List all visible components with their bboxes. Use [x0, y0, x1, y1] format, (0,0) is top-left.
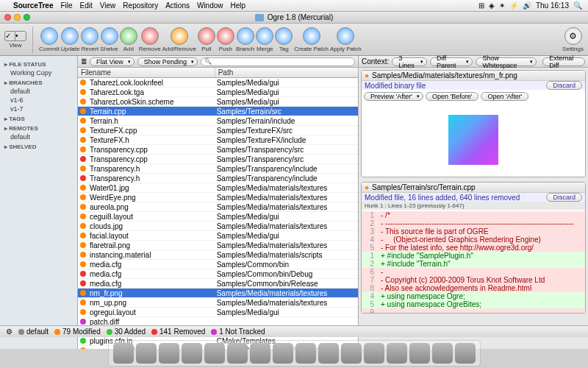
- dock-app-icon[interactable]: [182, 343, 202, 364]
- file-row[interactable]: media.cfgSamples/Common/bin: [78, 260, 358, 269]
- file-row[interactable]: Transparency.cppSamples/Transparency/src: [78, 155, 358, 164]
- sidebar-section[interactable]: ▸ Tags: [0, 113, 77, 123]
- settings-button[interactable]: ⚙ Settings: [562, 27, 584, 52]
- file-row[interactable]: media.cfgSamples/Common/bin/Release: [78, 279, 358, 289]
- update-button[interactable]: Update: [61, 27, 80, 52]
- file-row[interactable]: media.cfgSamples/Common/bin/Debug: [78, 269, 358, 279]
- file-row[interactable]: ogregui.layoutSamples/Media/gui: [78, 308, 358, 317]
- dock-app-icon[interactable]: [136, 343, 157, 364]
- external-diff-button[interactable]: External Diff: [542, 57, 585, 66]
- diff-content[interactable]: 1- /*2- --------------------------------…: [362, 210, 585, 313]
- file-row[interactable]: nm_up.pngSamples/Media/materials/texture…: [78, 298, 358, 308]
- diff-toolbar: Context: 3 Lines Diff Parent Show Whites…: [359, 56, 588, 68]
- dock-app-icon[interactable]: [455, 343, 476, 364]
- file-row[interactable]: flaretrail.pngSamples/Media/materials/te…: [78, 241, 358, 250]
- image-preview: [362, 103, 585, 177]
- file-row[interactable]: Water01.jpgSamples/Media/materials/textu…: [78, 183, 358, 193]
- discard-button[interactable]: Discard: [546, 81, 582, 90]
- dock-app-icon[interactable]: [432, 343, 453, 364]
- file-row[interactable]: TaharezLook.tgaSamples/Media/gui: [78, 88, 358, 97]
- indicator-icon[interactable]: ✶: [499, 1, 505, 10]
- indicator-icon[interactable]: ⊞: [478, 1, 484, 10]
- tree-toggle-icon[interactable]: ≣: [81, 57, 87, 66]
- file-row[interactable]: clouds.jpgSamples/Media/materials/textur…: [78, 222, 358, 231]
- sidebar-item[interactable]: default: [0, 132, 77, 141]
- dock-app-icon[interactable]: [318, 343, 339, 364]
- dock-app-icon[interactable]: [204, 343, 225, 364]
- path-column-header[interactable]: Path: [215, 68, 358, 77]
- apply-patch-button[interactable]: Apply Patch: [330, 27, 362, 52]
- volume-icon[interactable]: 🔊: [523, 1, 531, 10]
- dock-app-icon[interactable]: [364, 343, 384, 364]
- pull-button[interactable]: Pull: [198, 27, 215, 52]
- merge-button[interactable]: Merge: [256, 27, 273, 52]
- search-input[interactable]: 🔍: [201, 57, 355, 66]
- diff-mode-dropdown[interactable]: Diff Parent: [430, 57, 473, 66]
- file-row[interactable]: Terrain.cppSamples/Terrain/src: [78, 107, 358, 116]
- zoom-button[interactable]: [24, 14, 30, 21]
- commit-button[interactable]: Commit: [39, 27, 60, 52]
- dock-app-icon[interactable]: [159, 343, 179, 364]
- sidebar-section[interactable]: ▸ Shelved: [0, 141, 77, 151]
- dock-app-icon[interactable]: [273, 343, 293, 364]
- file-row[interactable]: Transparency.cppSamples/Transparency/src: [78, 145, 358, 155]
- file-row[interactable]: TextureFX.cppSamples/TextureFX/src: [78, 126, 358, 135]
- view-mode-dropdown[interactable]: Flat View: [90, 57, 135, 66]
- revert-button[interactable]: Revert: [81, 27, 98, 52]
- push-button[interactable]: Push: [217, 27, 234, 52]
- dock-app-icon[interactable]: [409, 343, 430, 364]
- file-row[interactable]: aureola.pngSamples/Media/materials/textu…: [78, 202, 358, 212]
- file-row[interactable]: WeirdEye.pngSamples/Media/materials/text…: [78, 193, 358, 202]
- minimize-button[interactable]: [14, 14, 21, 21]
- sidebar-section[interactable]: ▸ Remotes: [0, 123, 77, 132]
- create-patch-button[interactable]: Create Patch: [294, 27, 329, 52]
- discard-button[interactable]: Discard: [546, 193, 582, 202]
- dock-app-icon[interactable]: [387, 343, 407, 364]
- sidebar-item[interactable]: v1-7: [0, 105, 77, 113]
- dock-app-icon[interactable]: [295, 343, 316, 364]
- add-remove-button[interactable]: Add/Remove: [162, 27, 196, 52]
- file-row[interactable]: Transparency.hSamples/Transparency/inclu…: [78, 164, 358, 174]
- indicator-icon[interactable]: ◈: [489, 1, 495, 10]
- shelve-button[interactable]: Shelve: [100, 27, 118, 52]
- file-row[interactable]: Terrain.hSamples/Terrain/include: [78, 116, 358, 126]
- whitespace-dropdown[interactable]: Show Whitespace: [476, 57, 537, 66]
- file-row[interactable]: nm_fr.pngSamples/Media/materials/texture…: [78, 289, 358, 298]
- file-list[interactable]: TaharezLook.looknfeelSamples/Media/guiTa…: [78, 78, 358, 349]
- sidebar-section[interactable]: ▸ File Status: [0, 59, 77, 68]
- file-row[interactable]: TaharezLook.looknfeelSamples/Media/gui: [78, 78, 358, 88]
- add-button[interactable]: Add: [120, 27, 137, 52]
- clock[interactable]: Thu 16:13: [536, 1, 569, 10]
- settings-icon[interactable]: ⚙: [6, 328, 12, 336]
- open-after-button[interactable]: Open 'After': [481, 92, 528, 101]
- filter-dropdown[interactable]: Show Pending: [137, 57, 198, 66]
- tag-button[interactable]: Tag: [275, 27, 293, 52]
- dock-app-icon[interactable]: [250, 343, 270, 364]
- app-name[interactable]: SourceTree: [13, 1, 53, 10]
- file-list-header[interactable]: Filename Path: [78, 68, 358, 78]
- file-row[interactable]: instancing.materialSamples/Media/materia…: [78, 250, 358, 260]
- branch-button[interactable]: Branch: [236, 27, 254, 52]
- file-row[interactable]: cegui8.layoutSamples/Media/gui: [78, 212, 358, 222]
- dock-app-icon[interactable]: [341, 343, 362, 364]
- close-button[interactable]: [4, 14, 11, 21]
- file-row[interactable]: Transparency.hSamples/Transparency/inclu…: [78, 174, 358, 183]
- sidebar-item[interactable]: default: [0, 87, 77, 96]
- dock-app-icon[interactable]: [113, 343, 134, 364]
- removed-count: 141 Removed: [159, 328, 205, 336]
- context-dropdown[interactable]: 3 Lines: [392, 57, 427, 66]
- dock-app-icon[interactable]: [227, 343, 248, 364]
- view-toggle[interactable]: ✓ • View: [4, 31, 26, 49]
- sidebar-item[interactable]: Working Copy: [0, 68, 77, 77]
- filename-column-header[interactable]: Filename: [78, 68, 215, 77]
- sidebar-section[interactable]: ▸ Branches: [0, 77, 77, 87]
- sidebar-item[interactable]: v1-6: [0, 96, 77, 105]
- preview-after-dropdown[interactable]: Preview 'After': [364, 92, 423, 101]
- file-row[interactable]: facial.layoutSamples/Media/gui: [78, 231, 358, 241]
- file-row[interactable]: TextureFX.hSamples/TextureFX/include: [78, 135, 358, 145]
- wifi-icon[interactable]: ⚡: [509, 1, 518, 10]
- spotlight-icon[interactable]: 🔍: [573, 1, 582, 10]
- remove-button[interactable]: Remove: [139, 27, 161, 52]
- file-row[interactable]: TaharezLookSkin.schemeSamples/Media/gui: [78, 97, 358, 107]
- open-before-button[interactable]: Open 'Before': [426, 92, 478, 101]
